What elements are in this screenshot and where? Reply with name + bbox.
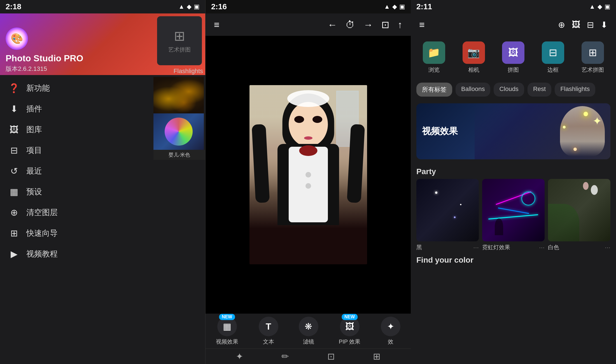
balloon-1 <box>591 185 598 195</box>
border-icon-box: ⊟ <box>542 41 564 64</box>
status-icons-1: ▲ ◆ ▣ <box>178 3 200 10</box>
tag-all[interactable]: 所有标签 <box>416 83 452 97</box>
undo-icon[interactable]: ← <box>328 19 337 30</box>
signal3-icon: ▲ <box>589 3 595 10</box>
tags-filter-row: 所有标签 Balloons Clouds Rest Flashlights <box>411 79 616 100</box>
sparkle-2 <box>563 126 566 129</box>
nav-label-presets: 预设 <box>26 186 42 197</box>
clear-layers-icon: ⊕ <box>8 207 20 218</box>
effect-white[interactable]: 白色 ⋯ <box>548 179 610 251</box>
more-black-icon[interactable]: ⋯ <box>473 244 479 251</box>
status-icons-2: ▲ ◆ ▣ <box>384 3 405 10</box>
camera-icon-box: 📷 <box>463 41 485 64</box>
party-effects-grid: 黑 ⋯ 霓虹灯效果 ⋯ <box>411 179 616 251</box>
collage-icon-box: 🖼 <box>502 41 524 64</box>
star-particle <box>435 192 437 194</box>
menu-icon[interactable]: ≡ <box>214 19 220 30</box>
effect-black-label-row: 黑 ⋯ <box>416 244 479 251</box>
filter-icon: ❋ <box>299 317 318 336</box>
collage-label: 拼图 <box>508 66 519 74</box>
signal2-icon: ▲ <box>384 3 390 10</box>
status-bar-1: 2:18 ▲ ◆ ▣ <box>0 0 205 13</box>
neon-circle <box>521 192 535 206</box>
battery-icon: ▣ <box>194 3 200 10</box>
edited-image <box>249 85 367 264</box>
magic-wand-icon[interactable]: ✦ <box>236 351 243 362</box>
editor-canvas <box>206 36 411 314</box>
adjust-icon[interactable]: ⊞ <box>373 351 381 362</box>
save-effect-icon[interactable]: ⊟ <box>587 20 594 30</box>
woman-figure <box>560 106 605 157</box>
camera-icon: 📷 <box>467 47 480 59</box>
nav-label-plugins: 插件 <box>26 104 42 114</box>
nav-item-quick-guide[interactable]: ⊞ 快速向导 <box>0 223 205 244</box>
gallery-browse-icon[interactable]: 🖼 <box>572 20 580 30</box>
nav-item-clear-layers[interactable]: ⊕ 清空图层 <box>0 202 205 223</box>
history-icon[interactable]: ⏱ <box>346 19 355 30</box>
add-effect-icon[interactable]: ⊕ <box>558 20 565 30</box>
export-icon[interactable]: ⬇ <box>601 20 608 30</box>
art-collage-item[interactable]: ⊞ 艺术拼图 <box>575 41 610 74</box>
effect-neon[interactable]: 霓虹灯效果 ⋯ <box>482 179 545 251</box>
camera-label: 相机 <box>468 66 479 74</box>
nav-item-recent[interactable]: ↺ 最近 <box>0 161 205 181</box>
camera-item[interactable]: 📷 相机 <box>456 41 491 74</box>
art-icon: ⊞ <box>589 47 597 59</box>
selection-icon[interactable]: ⊡ <box>327 351 335 362</box>
effect-black-label: 黑 <box>416 244 422 251</box>
nav-label-clear: 清空图层 <box>26 207 58 218</box>
banner-title: 视频效果 <box>422 125 458 137</box>
person-silhouette <box>495 218 503 235</box>
tag-rest[interactable]: Rest <box>528 83 551 97</box>
presets-icon: ▦ <box>8 186 20 197</box>
more-neon-icon[interactable]: ⋯ <box>539 244 545 251</box>
more-effects-tool[interactable]: ✦ 效 <box>381 317 400 346</box>
art-collage-tile[interactable]: ⊞ 艺术拼图 <box>157 16 202 65</box>
share-icon[interactable]: ↑ <box>398 19 402 30</box>
border-item[interactable]: ⊟ 边框 <box>535 41 571 74</box>
main-tools-row: NEW ▦ 视频效果 T 文本 ❋ 滤镜 NEW 🖼 PIP 效果 ✦ <box>206 314 411 349</box>
nav-item-video-tutorial[interactable]: ▶ 视频教程 <box>0 244 205 264</box>
balloon-2 <box>583 182 589 190</box>
projects-icon: ⊟ <box>8 145 20 156</box>
nav-label-recent: 最近 <box>26 166 42 176</box>
battery3-icon: ▣ <box>605 3 610 10</box>
effect-black[interactable]: 黑 ⋯ <box>416 179 479 251</box>
nav-label-gallery: 图库 <box>26 124 42 135</box>
effects-toolbar: ≡ ⊕ 🖼 ⊟ ⬇ <box>411 13 616 36</box>
maid-headband <box>287 90 329 107</box>
flashlights-label: Flashlights <box>153 65 205 77</box>
text-icon: T <box>259 317 278 336</box>
crop-icon[interactable]: ⊡ <box>381 19 389 30</box>
collage-icon: 🖼 <box>508 47 518 59</box>
nav-label-new: 新功能 <box>26 83 50 94</box>
new-badge-video: NEW <box>219 314 235 320</box>
more-white-icon[interactable]: ⋯ <box>605 244 610 251</box>
effects-toolbar-icons: ⊕ 🖼 ⊟ ⬇ <box>558 20 608 30</box>
p1-right-column: ⊞ 艺术拼图 Flashlights 婴儿·米色 <box>153 13 205 160</box>
browse-item[interactable]: 📁 浏览 <box>416 41 452 74</box>
eraser-icon[interactable]: ✏ <box>281 351 289 362</box>
collage-item[interactable]: 🖼 拼图 <box>496 41 531 74</box>
nav-item-presets[interactable]: ▦ 预设 <box>0 181 205 202</box>
colorful-thumbnail <box>153 113 204 150</box>
effects-short-label: 效 <box>388 338 393 346</box>
video-effects-tool[interactable]: NEW ▦ 视频效果 <box>216 317 238 346</box>
app-logo: 🎨 <box>6 27 28 50</box>
effect-white-thumb <box>548 179 610 241</box>
effect-white-label: 白色 <box>548 244 559 251</box>
video-effects-banner[interactable]: 视频效果 ✦ <box>416 103 610 159</box>
pip-tool[interactable]: NEW 🖼 PIP 效果 <box>339 317 360 346</box>
redo-icon[interactable]: → <box>363 19 373 30</box>
effects-menu-icon[interactable]: ≡ <box>419 19 425 30</box>
folder-icon: 📁 <box>428 47 440 59</box>
guide-icon: ⊞ <box>8 228 20 239</box>
bow-tie <box>299 145 317 156</box>
tag-clouds[interactable]: Clouds <box>494 83 524 97</box>
text-tool[interactable]: T 文本 <box>259 317 278 346</box>
bokeh-thumbnail <box>153 77 204 113</box>
tag-flashlights[interactable]: Flashlights <box>555 83 595 97</box>
green-bg <box>548 204 579 241</box>
filter-tool[interactable]: ❋ 滤镜 <box>299 317 318 346</box>
tag-balloons[interactable]: Balloons <box>456 83 490 97</box>
